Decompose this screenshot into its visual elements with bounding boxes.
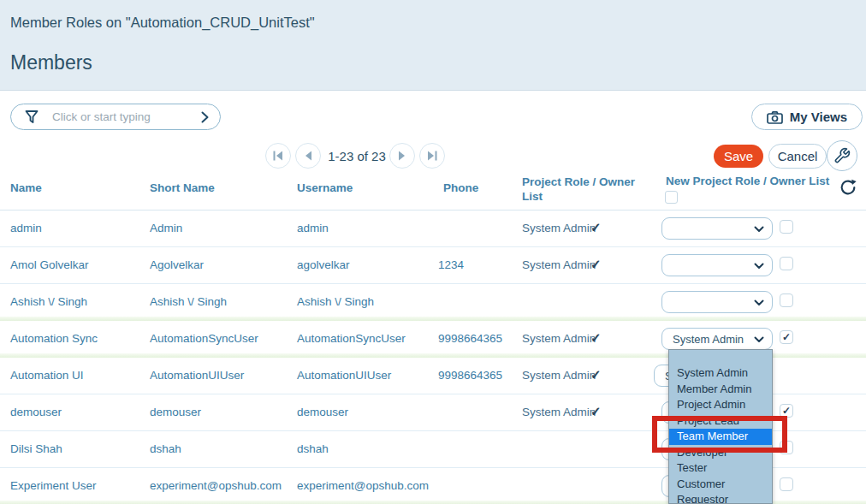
next-page-button[interactable] — [389, 143, 415, 169]
role-option[interactable]: Customer — [669, 477, 772, 493]
cell-short-name: Agolvelkar — [150, 258, 204, 271]
column-header-new-project-role[interactable]: New Project Role / Owner List — [666, 175, 829, 187]
cell-name: Automation Sync — [10, 332, 98, 345]
role-checkmark-icon: ✓ — [590, 257, 602, 272]
row-checkbox[interactable] — [780, 294, 793, 307]
role-option[interactable]: Developer — [669, 445, 772, 461]
row-checkbox[interactable] — [780, 477, 793, 491]
row-checkbox[interactable] — [780, 441, 793, 454]
last-page-icon — [426, 151, 438, 161]
first-page-button[interactable] — [265, 143, 291, 169]
last-page-button[interactable] — [419, 143, 445, 169]
role-checkmark-icon: ✓ — [590, 367, 602, 382]
cell-name: Automation UI — [10, 369, 84, 382]
role-option[interactable]: Tester — [669, 460, 772, 477]
cell-username: AutomationSyncUser — [297, 332, 406, 345]
refresh-button[interactable] — [838, 178, 858, 199]
settings-wrench-button[interactable] — [827, 140, 857, 171]
prev-page-button[interactable] — [295, 143, 321, 169]
cell-short-name: Admin — [150, 222, 182, 234]
cell-phone: 1234 — [438, 258, 464, 271]
filter-bar[interactable] — [10, 104, 221, 130]
role-option[interactable]: Project Admin — [669, 397, 772, 413]
next-page-icon — [397, 151, 407, 161]
role-checkmark-icon: ✓ — [590, 330, 602, 346]
cell-project-role: System Admin — [522, 369, 596, 382]
cell-username: AutomationUIUser — [297, 369, 391, 382]
role-option[interactable]: Team Member — [669, 429, 772, 445]
first-page-icon — [272, 151, 284, 161]
role-option[interactable]: Member Admin — [669, 382, 772, 398]
row-checkbox[interactable]: ✓ — [780, 404, 793, 418]
member-roles-page: Member Roles on "Automation_CRUD_UnitTes… — [0, 0, 866, 504]
section-title-members: Members — [10, 51, 92, 74]
refresh-icon — [839, 178, 857, 197]
chevron-down-icon — [754, 336, 764, 343]
page-title: Member Roles on "Automation_CRUD_UnitTes… — [10, 15, 315, 31]
role-dropdown-list: System AdminMember AdminProject AdminPro… — [668, 349, 773, 504]
cell-name: Ashish \/ Singh — [10, 295, 87, 308]
cell-short-name: AutomationUIUser — [150, 369, 244, 382]
cell-short-name: experiment@opshub.com — [150, 479, 282, 492]
cell-project-role: System Admin — [522, 332, 596, 345]
cell-project-role: System Admin — [522, 406, 596, 418]
role-checkmark-icon: ✓ — [590, 404, 602, 419]
prev-page-icon — [303, 151, 313, 161]
role-option[interactable]: Project Lead — [669, 413, 772, 430]
table-row: adminAdminadminSystem Admin✓ — [0, 210, 866, 247]
cell-name: Experiment User — [10, 479, 97, 492]
wrench-icon — [833, 147, 851, 164]
column-header-project-role[interactable]: Project Role / Owner List — [522, 175, 650, 204]
cell-phone: 9998664365 — [438, 332, 502, 345]
column-header-short-name[interactable]: Short Name — [150, 181, 215, 194]
cell-name: demouser — [10, 406, 62, 418]
save-button[interactable]: Save — [714, 145, 763, 168]
filter-funnel-icon — [24, 110, 39, 125]
cell-username: admin — [297, 222, 329, 234]
table-row: Ashish \/ SinghAshish \/ SinghAshish \/ … — [0, 284, 866, 321]
cell-phone: 9998664365 — [438, 369, 502, 382]
cell-username: experiment@opshub.com — [297, 479, 429, 492]
new-role-select-value: System Admin — [673, 333, 744, 346]
cancel-button[interactable]: Cancel — [768, 144, 827, 169]
cell-project-role: System Admin — [522, 258, 596, 271]
new-role-select[interactable] — [661, 254, 773, 276]
chevron-down-icon — [754, 299, 764, 306]
role-checkmark-icon: ✓ — [590, 220, 602, 235]
select-all-checkbox[interactable] — [665, 191, 678, 204]
pagination-range: 1-23 of 23 — [323, 149, 390, 163]
chevron-down-icon — [754, 263, 764, 270]
new-role-select[interactable] — [661, 291, 773, 313]
role-option[interactable]: Requestor — [669, 492, 772, 504]
cell-short-name: demouser — [150, 406, 201, 418]
row-checkbox[interactable] — [780, 257, 793, 270]
new-role-select[interactable] — [661, 217, 773, 240]
chevron-down-icon — [754, 226, 764, 233]
new-role-select[interactable]: System Admin — [661, 328, 773, 350]
cell-project-role: System Admin — [522, 222, 596, 234]
column-header-username[interactable]: Username — [297, 181, 353, 194]
cell-name: Dilsi Shah — [10, 442, 62, 455]
column-header-name[interactable]: Name — [10, 181, 42, 194]
column-header-phone[interactable]: Phone — [443, 181, 478, 194]
table-row: Amol GolvelkarAgolvelkaragolvelkar1234Sy… — [0, 247, 866, 284]
role-option[interactable] — [669, 350, 772, 365]
filter-submit-chevron-icon[interactable] — [201, 111, 209, 123]
cell-username: demouser — [297, 406, 348, 418]
page-header-band: Member Roles on "Automation_CRUD_UnitTes… — [0, 0, 866, 91]
row-checkbox[interactable] — [780, 220, 793, 234]
cell-username: dshah — [297, 442, 329, 455]
cell-name: Amol Golvelkar — [10, 258, 89, 271]
filter-input[interactable] — [52, 109, 198, 125]
cell-short-name: AutomationSyncUser — [150, 332, 258, 345]
cell-short-name: Ashish \/ Singh — [150, 295, 227, 308]
row-checkbox[interactable]: ✓ — [780, 330, 793, 344]
role-option[interactable]: System Admin — [669, 365, 772, 382]
cell-short-name: dshah — [150, 442, 181, 455]
my-views-button[interactable]: My Views — [751, 104, 863, 130]
cell-username: agolvelkar — [297, 258, 350, 271]
my-views-label: My Views — [790, 110, 847, 124]
cell-username: Ashish \/ Singh — [297, 295, 374, 308]
cell-name: admin — [10, 222, 42, 234]
camera-icon — [767, 110, 783, 124]
